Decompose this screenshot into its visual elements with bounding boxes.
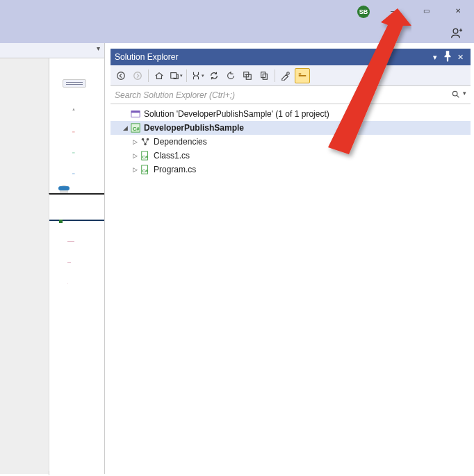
view-switch-icon[interactable]: ▾	[168, 68, 183, 83]
csharp-file-icon: C#	[140, 164, 151, 175]
chevron-down-icon[interactable]: ◢	[120, 124, 130, 131]
ruler-ticks: ▲⎯⎯⎯	[60, 99, 88, 182]
svg-rect-9	[299, 75, 307, 76]
solution-explorer-panel: Solution Explorer ▾ ✕ ▾ ▾	[111, 49, 471, 473]
close-button[interactable]: ✕	[442, 0, 474, 21]
tab-dropdown[interactable]	[0, 43, 104, 58]
splitter-grip[interactable]	[63, 79, 86, 88]
document-thumbnail: —— — ·	[49, 193, 104, 471]
tree-item-label: Dependencies	[154, 137, 207, 147]
chevron-right-icon[interactable]: ▷	[130, 152, 140, 159]
svg-rect-3	[170, 72, 176, 78]
separator	[275, 69, 275, 82]
collapse-all-icon[interactable]	[240, 68, 255, 83]
svg-rect-13	[131, 111, 140, 113]
separator	[186, 69, 187, 82]
maximize-button[interactable]: ▭	[410, 0, 442, 21]
tree-item-dependencies[interactable]: ▷ Dependencies	[111, 135, 471, 149]
home-icon[interactable]	[152, 68, 167, 83]
title-bar: SB — ▭ ✕	[0, 0, 474, 43]
tree-item-program[interactable]: ▷ C# Program.cs	[111, 163, 471, 177]
svg-text:C#: C#	[133, 126, 140, 132]
panel-title: Solution Explorer	[115, 52, 429, 62]
chevron-right-icon[interactable]: ▷	[130, 166, 140, 173]
tree-item-class1[interactable]: ▷ C# Class1.cs	[111, 149, 471, 163]
svg-point-1	[117, 72, 125, 79]
search-icon[interactable]	[451, 90, 460, 101]
solution-label: Solution 'DeveloperPublishSample' (1 of …	[144, 109, 329, 119]
dependencies-icon	[140, 136, 151, 147]
search-input[interactable]	[115, 90, 451, 100]
csharp-project-icon: C#	[130, 122, 141, 133]
window-controls: — ▭ ✕	[378, 0, 474, 21]
csharp-file-icon: C#	[140, 150, 151, 161]
zoom-thumb[interactable]	[58, 186, 70, 190]
panel-options-dropdown-icon[interactable]: ▾	[429, 53, 441, 62]
solution-explorer-search[interactable]: ▾	[111, 86, 471, 104]
tree-item-label: Program.cs	[154, 165, 196, 174]
minimize-button[interactable]: —	[378, 0, 410, 21]
solution-explorer-toolbar: ▾ ▾	[111, 65, 471, 86]
svg-point-8	[287, 72, 290, 74]
panel-close-icon[interactable]: ✕	[454, 53, 466, 62]
tree-item-label: Class1.cs	[154, 151, 190, 161]
solution-node[interactable]: Solution 'DeveloperPublishSample' (1 of …	[111, 107, 471, 121]
user-avatar-badge[interactable]: SB	[357, 6, 370, 18]
designer-ruler-area: ▲⎯⎯⎯ —— — ·	[0, 43, 105, 474]
preview-selected-items-icon[interactable]	[295, 68, 310, 83]
chevron-right-icon[interactable]: ▷	[130, 138, 140, 145]
back-icon[interactable]	[113, 68, 129, 83]
svg-text:C#: C#	[142, 154, 148, 159]
svg-point-0	[453, 28, 458, 33]
show-all-files-icon[interactable]	[256, 68, 272, 83]
solution-tree: Solution 'DeveloperPublishSample' (1 of …	[111, 104, 471, 473]
svg-point-11	[452, 91, 457, 96]
svg-point-2	[134, 72, 142, 79]
search-dropdown-icon[interactable]: ▾	[463, 90, 466, 101]
project-node[interactable]: ◢ C# DeveloperPublishSample	[111, 121, 471, 135]
project-label: DeveloperPublishSample	[144, 123, 244, 133]
solution-explorer-header[interactable]: Solution Explorer ▾ ✕	[111, 49, 471, 65]
refresh-icon[interactable]	[223, 68, 238, 83]
properties-icon[interactable]	[278, 68, 293, 83]
solution-icon	[130, 108, 141, 120]
forward-icon[interactable]	[130, 68, 145, 83]
svg-text:C#: C#	[142, 168, 148, 173]
separator	[148, 69, 149, 82]
pending-changes-icon[interactable]: ▾	[190, 68, 205, 83]
sync-icon[interactable]	[206, 68, 222, 83]
svg-rect-10	[299, 73, 302, 74]
pin-icon[interactable]	[441, 50, 454, 64]
feedback-icon[interactable]	[450, 26, 464, 40]
